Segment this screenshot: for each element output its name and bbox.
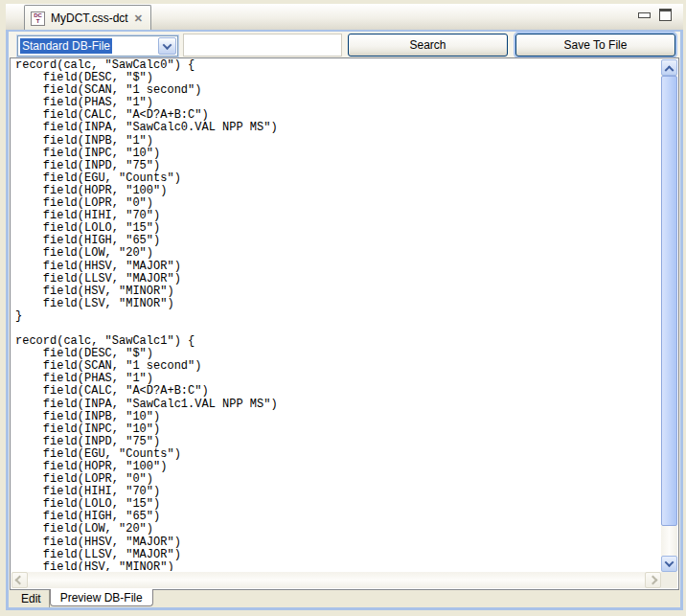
dct-file-icon: DC T — [31, 11, 45, 26]
db-file-type-selected-value: Standard DB-File — [20, 38, 112, 54]
scroll-left-button[interactable] — [11, 572, 28, 588]
db-file-type-select[interactable]: Standard DB-File — [17, 35, 178, 57]
chevron-right-icon — [649, 576, 658, 585]
view-body: Standard DB-File Search Save To File rec… — [6, 30, 683, 610]
search-button[interactable]: Search — [348, 34, 508, 57]
db-file-text[interactable]: record(calc, "SawCalc0") { field(DESC, "… — [15, 59, 660, 571]
scroll-up-button[interactable] — [661, 59, 677, 76]
tab-title: MyDCT.css-dct — [51, 11, 128, 25]
horizontal-scrollbar[interactable] — [11, 572, 661, 588]
bottom-tabbar: Edit Preview DB-File — [9, 590, 680, 607]
chevron-down-icon — [163, 40, 172, 50]
scrollbar-corner — [661, 572, 677, 588]
vertical-scroll-thumb[interactable] — [661, 76, 677, 526]
close-icon[interactable]: ✕ — [134, 13, 143, 24]
chevron-down-icon — [665, 558, 675, 567]
db-file-preview-area[interactable]: record(calc, "SawCalc0") { field(DESC, "… — [10, 57, 679, 590]
chevron-left-icon — [15, 576, 25, 585]
combo-dropdown-button[interactable] — [158, 37, 176, 55]
chevron-up-icon — [665, 65, 675, 75]
maximize-icon[interactable] — [659, 9, 672, 21]
tab-preview-db-file[interactable]: Preview DB-File — [50, 589, 153, 606]
save-to-file-button[interactable]: Save To File — [515, 34, 675, 57]
dct-icon-text-bottom: T — [36, 18, 40, 24]
scroll-down-button[interactable] — [661, 556, 677, 572]
editor-tabbar: DC T MyDCT.css-dct ✕ — [6, 4, 683, 31]
scroll-right-button[interactable] — [645, 572, 661, 588]
tab-mydct-css-dct[interactable]: DC T MyDCT.css-dct ✕ — [24, 5, 151, 31]
dct-editor-window: { "tab": { "title": "MyDCT.css-dct", "ic… — [0, 0, 686, 616]
view-window-buttons — [638, 9, 672, 21]
minimize-icon[interactable] — [638, 12, 651, 18]
vertical-scrollbar[interactable] — [661, 59, 677, 572]
search-input[interactable] — [183, 34, 342, 57]
tab-edit[interactable]: Edit — [13, 590, 50, 607]
toolbar: Standard DB-File Search Save To File — [9, 32, 680, 60]
